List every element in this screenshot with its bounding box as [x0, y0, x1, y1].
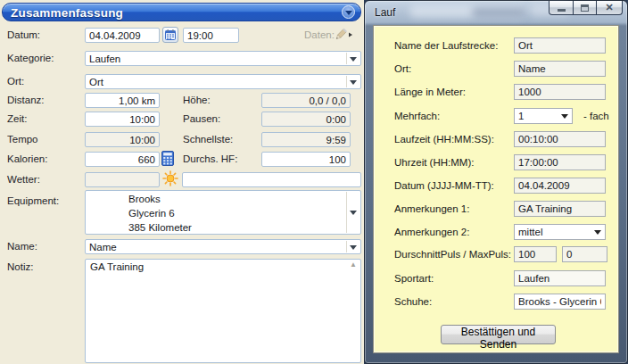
- divider: [346, 241, 347, 252]
- kalorien-label: Kalorien:: [7, 152, 47, 167]
- dropdown-arrow-icon: [594, 230, 601, 238]
- dropdown-arrow-icon: [350, 245, 357, 253]
- datum-label: Datum:: [7, 28, 40, 43]
- ort-dropdown[interactable]: Ort: [85, 74, 361, 89]
- dropdown-arrow-icon: [350, 80, 357, 88]
- glass-blur: [472, 8, 525, 17]
- close-button[interactable]: ✕: [596, 1, 623, 15]
- equipment-line: Brooks: [128, 192, 192, 206]
- summary-header: Zusammenfassung: [2, 3, 361, 21]
- equipment-dropdown[interactable]: Brooks Glycerin 6 385 Kilometer: [85, 190, 361, 235]
- minimize-button[interactable]: [549, 1, 574, 15]
- calendar-icon: [165, 29, 176, 40]
- datum-label: Datum (JJJJ-MM-TT):: [394, 178, 494, 194]
- calendar-button[interactable]: [162, 27, 178, 43]
- ort-label: Ort:: [394, 61, 411, 77]
- close-icon: ✕: [605, 3, 613, 12]
- mehrfach-label: Mehrfach:: [394, 108, 440, 124]
- durchs-hf-label: Durchs. HF:: [183, 152, 237, 167]
- schuhe-label: Schuhe:: [394, 294, 432, 310]
- ort-input[interactable]: [514, 61, 606, 77]
- equipment-label: Equipment:: [7, 194, 59, 209]
- screen: Zusammenfassung Datum: Daten:: [0, 0, 628, 364]
- page-title: Zusammenfassung: [11, 4, 123, 21]
- fach-suffix-label: - fach: [583, 108, 609, 124]
- sportart-input[interactable]: [514, 270, 606, 286]
- lauf-form: Name der Laufstrecke: Ort: Länge in Mete…: [373, 25, 619, 353]
- pencil-icon: [334, 28, 353, 42]
- wetter-label: Wetter:: [7, 172, 40, 187]
- hoehe-field: [261, 93, 351, 108]
- maximize-button[interactable]: [573, 1, 597, 15]
- pausen-field: [261, 112, 351, 127]
- zeit-label: Zeit:: [7, 112, 27, 127]
- divider: [346, 192, 347, 233]
- equipment-line: Glycerin 6: [128, 206, 192, 220]
- laufzeit-label: Laufzeit (HH:MM:SS):: [394, 131, 494, 147]
- notiz-label: Notiz:: [7, 260, 33, 275]
- equipment-line: 385 Kilometer: [128, 220, 192, 235]
- datum-input[interactable]: [85, 28, 160, 43]
- window-caption-buttons: ✕: [550, 1, 623, 15]
- schnellste-field: [261, 132, 351, 147]
- schuhe-input[interactable]: [514, 294, 606, 310]
- tempo-label: Tempo: [7, 132, 38, 147]
- notiz-textarea[interactable]: GA Training: [85, 259, 361, 363]
- name-label: Name:: [7, 239, 37, 254]
- equipment-value: Brooks Glycerin 6 385 Kilometer: [128, 192, 192, 235]
- puls-label: DurschnittPuls / MaxPuls:: [394, 246, 511, 262]
- time-input[interactable]: [183, 28, 239, 43]
- anmerkungen1-label: Anmerkungen 1:: [394, 201, 469, 217]
- window-title: Lauf: [375, 6, 395, 19]
- anmerkungen1-input[interactable]: [514, 201, 606, 217]
- zeit-input[interactable]: [85, 112, 160, 127]
- anmerkungen2-value: mittel: [518, 227, 542, 237]
- kategorie-label: Kategorie:: [7, 51, 54, 66]
- datum-input[interactable]: [514, 178, 606, 194]
- puls-max-input[interactable]: [562, 246, 607, 262]
- kalorien-input[interactable]: [85, 152, 160, 167]
- laenge-input[interactable]: [514, 84, 606, 100]
- name-value: Name: [89, 241, 117, 254]
- laufzeit-input[interactable]: [514, 131, 606, 147]
- submit-button[interactable]: Bestättigen und Senden: [441, 325, 556, 344]
- wetter-field-2[interactable]: [182, 172, 361, 187]
- calculator-icon: [161, 151, 174, 166]
- kategorie-dropdown[interactable]: Laufen: [85, 51, 361, 66]
- durchs-hf-input[interactable]: [261, 152, 351, 167]
- ort-label: Ort:: [7, 74, 24, 89]
- puls-avg-input[interactable]: [514, 246, 557, 262]
- divider: [346, 76, 347, 87]
- anmerkungen2-dropdown[interactable]: mittel: [514, 224, 606, 240]
- distanz-input[interactable]: [85, 93, 160, 108]
- calorie-calc-button[interactable]: [161, 151, 178, 167]
- laenge-label: Länge in Meter:: [394, 84, 466, 100]
- summary-panel: Zusammenfassung Datum: Daten:: [0, 0, 364, 364]
- lauf-window: Lauf ✕ Name der Laufstrecke: Ort: Länge …: [364, 0, 628, 364]
- hoehe-label: Höhe:: [183, 93, 211, 108]
- laufstrecke-input[interactable]: [514, 37, 606, 54]
- laufstrecke-label: Name der Laufstrecke:: [394, 37, 498, 54]
- ort-value: Ort: [89, 76, 103, 89]
- chevron-down-icon: [345, 11, 352, 19]
- divider: [346, 53, 347, 64]
- minimize-icon: [558, 9, 566, 12]
- scroll-up-icon[interactable]: ▲: [350, 261, 357, 269]
- maximize-icon: [581, 4, 589, 12]
- kategorie-value: Laufen: [89, 53, 120, 66]
- name-dropdown[interactable]: Name: [85, 239, 361, 254]
- anmerkungen2-label: Anmerkungen 2:: [394, 224, 469, 240]
- daten-label: Daten:: [304, 28, 335, 43]
- dropdown-arrow-icon: [561, 114, 568, 122]
- mehrfach-dropdown[interactable]: 1: [514, 108, 573, 124]
- pausen-label: Pausen:: [183, 112, 220, 127]
- mehrfach-value: 1: [518, 111, 524, 121]
- dropdown-arrow-icon: [350, 57, 357, 65]
- dropdown-arrow-icon: [350, 211, 357, 219]
- collapse-button[interactable]: [342, 5, 355, 19]
- uhrzeit-label: Uhrzeit (HH:MM):: [394, 154, 474, 170]
- weather-button[interactable]: [162, 170, 178, 186]
- uhrzeit-input[interactable]: [514, 154, 606, 170]
- edit-data-button[interactable]: [334, 28, 353, 43]
- sportart-label: Sportart:: [394, 270, 434, 286]
